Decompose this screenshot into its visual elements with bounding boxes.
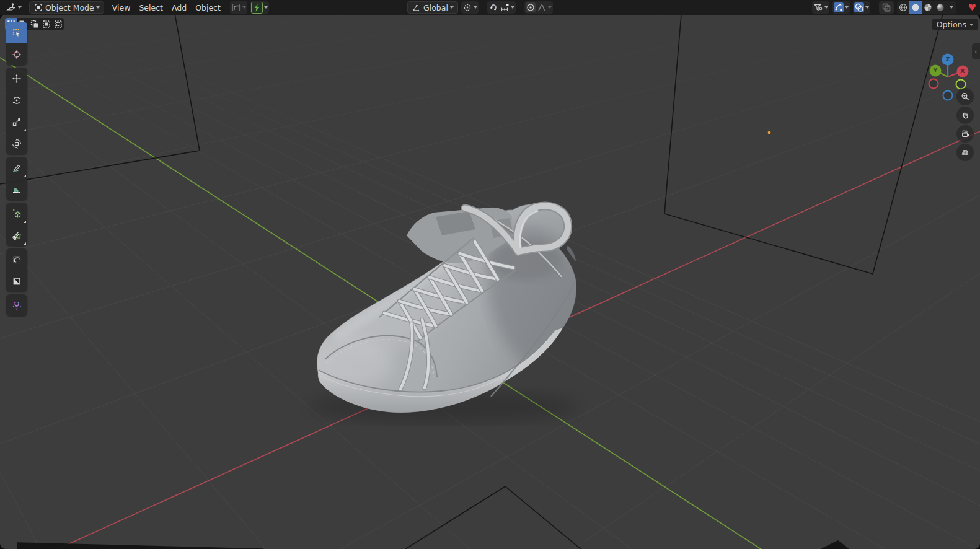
pan-button[interactable] (956, 107, 974, 124)
pan-hand-icon (960, 110, 970, 120)
shading-options-dropdown[interactable] (947, 1, 956, 14)
chevron-down-icon (511, 6, 514, 9)
proportional-edit-group (524, 1, 553, 14)
snap-group (487, 1, 516, 14)
object-visibility-dropdown[interactable] (812, 1, 829, 14)
proportional-editing-toggle[interactable] (526, 2, 536, 12)
heart-icon[interactable]: ♥ (968, 3, 976, 12)
editor-type-dropdown[interactable] (4, 2, 24, 13)
scale-icon (12, 117, 22, 127)
snap-increment-icon (500, 2, 510, 12)
chevron-down-icon (824, 6, 828, 9)
chevron-down-icon (865, 6, 869, 9)
chevron-down-icon (96, 6, 100, 9)
tool-add-cube[interactable] (6, 203, 27, 224)
tool-uv-color-transform[interactable] (6, 294, 27, 316)
shading-solid-icon (911, 2, 920, 12)
falloff-curve-icon (537, 2, 547, 12)
orthographic-toggle-button[interactable] (956, 144, 974, 161)
menu-object[interactable]: Object (191, 1, 225, 14)
snap-magnet-icon (488, 2, 498, 12)
show-gizmo-toggle[interactable] (834, 2, 844, 12)
rounded-corner-falloff-icon (231, 2, 241, 12)
show-overlays-dropdown (853, 1, 870, 14)
fillet-corner-icon (12, 255, 22, 265)
transform-orientation-icon (412, 2, 422, 12)
tool-cursor[interactable] (6, 43, 27, 65)
mode-dropdown[interactable]: Object Mode (29, 1, 104, 14)
chevron-down-icon (18, 6, 22, 9)
menu-add[interactable]: Add (167, 1, 191, 14)
menu-select[interactable]: Select (135, 1, 167, 14)
chevron-down-icon (548, 6, 552, 9)
tool-transform[interactable] (6, 133, 27, 154)
transform-icon (12, 139, 22, 149)
toggle-xray[interactable] (879, 1, 894, 14)
uv-transform-icon (12, 301, 22, 310)
snap-target-dropdown[interactable] (500, 2, 514, 12)
shading-material[interactable] (922, 1, 934, 14)
shading-rendered-icon (935, 2, 945, 12)
svg-text:X: X (960, 68, 965, 74)
green-lightning-tweak-icon (251, 2, 263, 14)
active-tool-dropdown[interactable] (250, 1, 269, 14)
snap-toggle[interactable] (488, 2, 498, 12)
shading-wireframe[interactable] (897, 1, 909, 14)
select-mode-subtract[interactable] (29, 18, 40, 30)
menu-view[interactable]: View (108, 1, 135, 14)
chevron-down-icon (969, 24, 973, 26)
tool-annotate[interactable] (6, 157, 27, 178)
tool-fillet-corner[interactable] (6, 248, 27, 270)
tool-measure[interactable] (6, 178, 27, 200)
toggle-xray-icon (881, 2, 891, 12)
show-overlays-toggle[interactable] (854, 2, 864, 12)
chevron-down-icon (474, 6, 477, 9)
tool-shelf (6, 22, 27, 316)
select-mode-invert[interactable] (40, 18, 52, 30)
3d-viewport[interactable]: Options ‹ XYZ (0, 15, 980, 549)
shading-wireframe-icon (898, 2, 908, 12)
add-cube-icon (12, 209, 22, 219)
orthographic-grid-icon (960, 147, 970, 157)
options-dropdown[interactable]: Options (932, 19, 978, 30)
shading-rendered[interactable] (934, 1, 947, 14)
chevron-down-icon (845, 6, 849, 9)
object-visibility-icon (813, 2, 823, 12)
pivot-point-dropdown[interactable] (461, 1, 479, 14)
shading-solid[interactable] (909, 1, 922, 14)
select-mode-intersect[interactable] (52, 18, 64, 30)
rotate-icon (12, 95, 22, 105)
tool-scale[interactable] (6, 111, 27, 133)
3d-cursor-icon (12, 50, 22, 59)
diagonal-square-icon (12, 276, 22, 286)
measure-icon (12, 185, 22, 195)
proportional-editing-icon (526, 2, 536, 12)
orientation-label: Global (423, 3, 448, 12)
scissors-icon (12, 231, 22, 240)
blender-window: Options ‹ XYZ (0, 0, 980, 549)
object-mode-icon (33, 2, 43, 12)
zoom-icon (960, 92, 970, 102)
pivot-point-icon (462, 2, 472, 12)
svg-text:Z: Z (946, 56, 950, 63)
tool-mask-square[interactable] (6, 270, 27, 292)
shoe-heel-notch (567, 245, 576, 261)
tool-rotate[interactable] (6, 89, 27, 111)
annotate-pencil-icon (12, 163, 22, 173)
zoom-button[interactable] (956, 88, 974, 105)
show-overlays-icon (854, 2, 864, 12)
tool-select-box[interactable] (6, 22, 27, 43)
camera-view-icon (960, 129, 970, 139)
sneaker-object[interactable] (0, 15, 980, 549)
falloff-type-dropdown[interactable] (537, 2, 552, 12)
falloff-dropdown[interactable] (230, 1, 247, 14)
shading-mode-group (897, 1, 956, 14)
3d-viewport-editor-icon (6, 2, 16, 12)
tool-scissors-duplicate[interactable] (6, 224, 27, 246)
shading-material-icon (923, 2, 933, 12)
options-label: Options (937, 20, 966, 29)
transform-orientation-dropdown[interactable]: Global (407, 1, 458, 14)
show-gizmo-dropdown (832, 1, 850, 14)
tool-move[interactable] (6, 68, 27, 89)
camera-view-button[interactable] (956, 125, 974, 143)
